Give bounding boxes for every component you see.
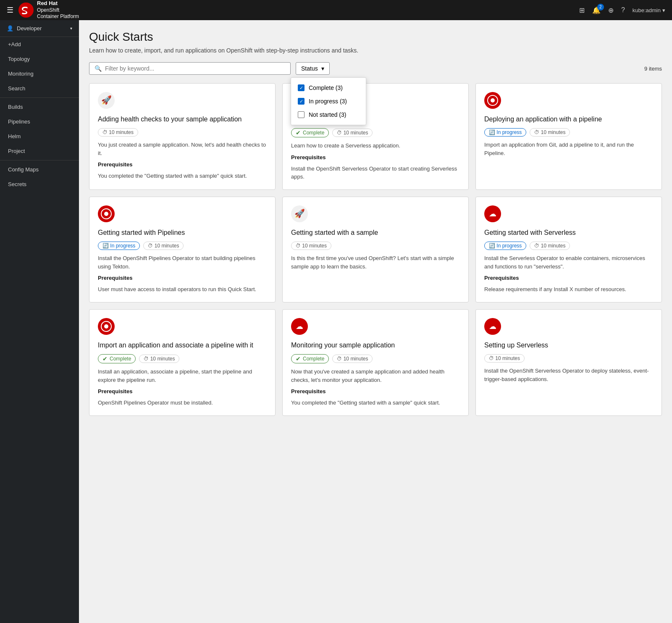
status-label: Status bbox=[301, 65, 318, 72]
time-badge: ⏱ 10 minutes bbox=[139, 355, 179, 363]
card-badges: ✔ Complete ⏱ 10 minutes bbox=[291, 354, 460, 363]
card-import-application[interactable]: Import an application and associate a pi… bbox=[89, 309, 276, 416]
dropdown-item-inprogress[interactable]: ✓ In progress (3) bbox=[291, 95, 366, 108]
search-input[interactable] bbox=[105, 65, 285, 72]
card-adding-health-checks[interactable]: 🚀 Adding health checks to your sample ap… bbox=[89, 83, 276, 190]
card-desc: Is this the first time you've used OpenS… bbox=[291, 254, 460, 271]
sidebar-item-configmaps[interactable]: Config Maps bbox=[0, 162, 79, 177]
time-badge: ⏱ 10 minutes bbox=[332, 129, 373, 137]
sidebar-item-builds[interactable]: Builds bbox=[0, 100, 79, 114]
pipelines-icon bbox=[98, 205, 115, 222]
sidebar-item-pipelines[interactable]: Pipelines bbox=[0, 114, 79, 129]
prereq-label: Prerequisites bbox=[484, 275, 653, 281]
svg-text:🚀: 🚀 bbox=[294, 208, 305, 218]
sidebar-item-search[interactable]: Search bbox=[0, 81, 79, 96]
card-desc: Now that you've created a sample applica… bbox=[291, 368, 460, 384]
card-desc: Install the OpenShift Serverless Operato… bbox=[484, 367, 653, 383]
card-badges: 🔄 In progress ⏱ 10 minutes bbox=[484, 128, 653, 137]
card-desc: Import an application from Git, add a pi… bbox=[484, 141, 653, 157]
redhat-logo-icon bbox=[18, 3, 34, 18]
sidebar-item-secrets[interactable]: Secrets bbox=[0, 177, 79, 192]
card-title: Adding health checks to your sample appl… bbox=[98, 115, 267, 124]
card-title: Deploying an application with a pipeline bbox=[484, 115, 653, 124]
card-title: Getting started with a sample bbox=[291, 228, 460, 237]
brand-name-line1: Red Hat bbox=[37, 0, 79, 7]
cards-grid: 🚀 Adding health checks to your sample ap… bbox=[89, 83, 662, 416]
inprogress-badge: 🔄 In progress bbox=[98, 242, 140, 250]
sidebar-divider bbox=[0, 97, 79, 98]
notifications-icon[interactable]: 🔔 2 bbox=[592, 6, 601, 14]
card-title: Setting up Serverless bbox=[484, 341, 653, 350]
user-label: kube:admin bbox=[633, 7, 661, 13]
search-box[interactable]: 🔍 bbox=[89, 62, 291, 75]
sidebar-item-helm[interactable]: Helm bbox=[0, 129, 79, 144]
sidebar-item-monitoring[interactable]: Monitoring bbox=[0, 66, 79, 81]
complete-badge: ✔ Complete bbox=[291, 128, 329, 137]
plus-circle-icon[interactable]: ⊕ bbox=[608, 6, 614, 14]
sidebar-item-topology[interactable]: Topology bbox=[0, 52, 79, 66]
dropdown-chevron-icon: ▾ bbox=[321, 65, 324, 72]
time-badge: ⏱ 10 minutes bbox=[332, 355, 373, 363]
svg-point-7 bbox=[491, 98, 495, 103]
prereq-text: You completed the "Getting started with … bbox=[98, 172, 267, 180]
notification-badge: 2 bbox=[597, 4, 604, 11]
card-deploying-pipeline[interactable]: Deploying an application with a pipeline… bbox=[475, 83, 662, 190]
dropdown-item-complete[interactable]: ✓ Complete (3) bbox=[291, 81, 366, 95]
sidebar-section-chevron-icon: ▾ bbox=[70, 26, 72, 31]
card-badges: ✔ Complete ⏱ 10 minutes bbox=[98, 354, 267, 363]
developer-icon: 👤 bbox=[7, 25, 13, 32]
card-setting-up-serverless[interactable]: ☁ Setting up Serverless ⏱ 10 minutes Ins… bbox=[475, 309, 662, 416]
prereq-label: Prerequisites bbox=[98, 388, 267, 394]
inprogress-option-label: In progress (3) bbox=[309, 98, 347, 105]
card-desc: Install an application, associate a pipe… bbox=[98, 368, 267, 384]
card-badges: 🔄 In progress ⏱ 10 minutes bbox=[98, 242, 267, 250]
import-icon bbox=[98, 318, 115, 335]
monitoring-icon: ☁ bbox=[291, 318, 308, 335]
svg-point-17 bbox=[104, 324, 108, 329]
time-badge: ⏱ 10 minutes bbox=[291, 242, 331, 250]
card-monitoring-sample[interactable]: ☁ Monitoring your sample application ✔ C… bbox=[282, 309, 469, 416]
notstarted-checkbox[interactable] bbox=[298, 111, 304, 118]
prereq-text: Release requirements if any Install X nu… bbox=[484, 285, 653, 294]
prereq-label: Prerequisites bbox=[98, 275, 267, 281]
sample-rocket-icon: 🚀 bbox=[291, 205, 308, 222]
prereq-text: OpenShift Pipelines Operator must be ins… bbox=[98, 399, 267, 407]
card-title: Getting started with Pipelines bbox=[98, 228, 267, 237]
card-getting-started-serverless[interactable]: ☁ Getting started with Serverless 🔄 In p… bbox=[475, 197, 662, 302]
complete-option-label: Complete (3) bbox=[309, 84, 343, 91]
card-badges: ⏱ 10 minutes bbox=[484, 354, 653, 363]
complete-badge: ✔ Complete bbox=[98, 354, 136, 363]
complete-checkbox[interactable]: ✓ bbox=[298, 84, 304, 91]
items-count: 9 items bbox=[644, 66, 662, 72]
sidebar-developer-section[interactable]: 👤 Developer ▾ bbox=[0, 20, 79, 37]
sidebar-item-add[interactable]: +Add bbox=[0, 37, 79, 52]
card-badges: ✔ Complete ⏱ 10 minutes bbox=[291, 128, 460, 137]
card-getting-started-sample[interactable]: 🚀 Getting started with a sample ⏱ 10 min… bbox=[282, 197, 469, 302]
card-badges: ⏱ 10 minutes bbox=[98, 128, 267, 137]
user-menu[interactable]: kube:admin ▾ bbox=[633, 7, 665, 13]
main-content: Quick Starts Learn how to create, import… bbox=[79, 20, 672, 623]
brand-name-line3: Container Platform bbox=[37, 13, 79, 20]
page-title: Quick Starts bbox=[89, 30, 662, 44]
card-badges: ⏱ 10 minutes bbox=[291, 242, 460, 250]
app-body: 👤 Developer ▾ +Add Topology Monitoring S… bbox=[0, 20, 672, 623]
card-title: Import an application and associate a pi… bbox=[98, 341, 267, 350]
svg-point-10 bbox=[104, 212, 108, 216]
dropdown-item-notstarted[interactable]: Not started (3) bbox=[291, 108, 366, 121]
hamburger-menu[interactable]: ☰ bbox=[7, 5, 13, 15]
status-dropdown[interactable]: Status ▾ bbox=[296, 62, 330, 75]
search-icon: 🔍 bbox=[94, 65, 102, 72]
topnav-icons: ⊞ 🔔 2 ⊕ ? kube:admin ▾ bbox=[579, 6, 665, 14]
svg-point-0 bbox=[18, 3, 34, 18]
grid-icon[interactable]: ⊞ bbox=[579, 6, 585, 14]
card-getting-started-pipelines[interactable]: Getting started with Pipelines 🔄 In prog… bbox=[89, 197, 276, 302]
card-desc: You just created a sample application. N… bbox=[98, 141, 267, 157]
prereq-label: Prerequisites bbox=[98, 161, 267, 168]
help-icon[interactable]: ? bbox=[621, 6, 625, 14]
time-badge: ⏱ 10 minutes bbox=[98, 128, 138, 137]
sidebar-item-project[interactable]: Project bbox=[0, 144, 79, 158]
prereq-label: Prerequisites bbox=[291, 388, 460, 394]
svg-text:🚀: 🚀 bbox=[101, 95, 112, 105]
target-icon bbox=[484, 92, 501, 109]
inprogress-checkbox[interactable]: ✓ bbox=[298, 98, 304, 105]
